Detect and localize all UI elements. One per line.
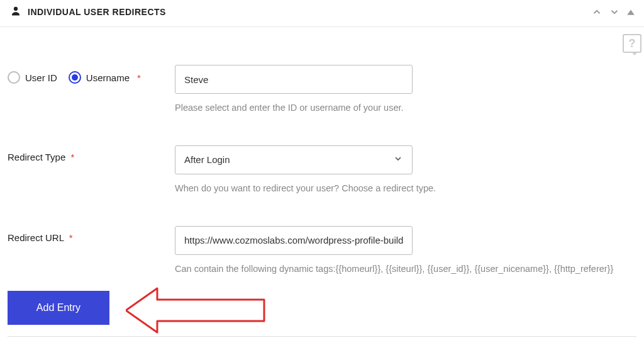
svg-point-0	[14, 7, 18, 11]
redirect-url-helper: Can contain the following dynamic tags:{…	[175, 262, 636, 276]
radio-username[interactable]: Username *	[69, 71, 141, 84]
redirect-url-label: Redirect URL	[8, 232, 64, 243]
redirect-type-row: Redirect Type * After Login When do you …	[8, 145, 636, 196]
identifier-input[interactable]	[175, 65, 413, 94]
collapse-toggle-icon[interactable]	[625, 6, 636, 18]
svg-marker-1	[627, 10, 635, 15]
user-icon	[10, 5, 21, 19]
radio-user-id-label: User ID	[25, 72, 57, 83]
identifier-helper: Please select and enter the ID or userna…	[175, 101, 636, 115]
move-up-icon[interactable]	[590, 5, 604, 19]
panel-controls	[590, 5, 636, 19]
panel-title-wrap: INDIVIDUAL USER REDIRECTS	[10, 5, 166, 19]
radio-icon	[8, 71, 20, 84]
form-area: User ID Username * Please select and ent…	[0, 27, 644, 325]
radio-icon	[69, 71, 81, 84]
redirect-type-label: Redirect Type	[8, 152, 65, 162]
redirect-type-select[interactable]: After Login	[175, 145, 413, 174]
identifier-row: User ID Username * Please select and ent…	[8, 65, 636, 115]
add-entry-button[interactable]: Add Entry	[8, 291, 109, 325]
move-down-icon[interactable]	[608, 5, 621, 19]
panel-title: INDIVIDUAL USER REDIRECTS	[28, 7, 166, 17]
radio-username-label: Username	[86, 72, 130, 83]
redirect-url-row: Redirect URL * Can contain the following…	[8, 226, 636, 276]
required-asterisk: *	[70, 152, 74, 162]
help-tooltip-button[interactable]: ?	[623, 34, 641, 53]
required-asterisk: *	[137, 72, 141, 83]
required-asterisk: *	[69, 232, 73, 243]
question-icon: ?	[629, 37, 636, 50]
chevron-down-icon	[393, 154, 403, 166]
section-divider	[8, 336, 636, 337]
redirect-url-input[interactable]	[175, 226, 413, 255]
redirect-type-helper: When do you want to redirect your user? …	[175, 182, 636, 196]
panel-header: INDIVIDUAL USER REDIRECTS	[0, 0, 644, 27]
identifier-radio-group: User ID Username *	[8, 65, 175, 84]
radio-user-id[interactable]: User ID	[8, 71, 57, 84]
redirect-type-value: After Login	[184, 154, 230, 165]
